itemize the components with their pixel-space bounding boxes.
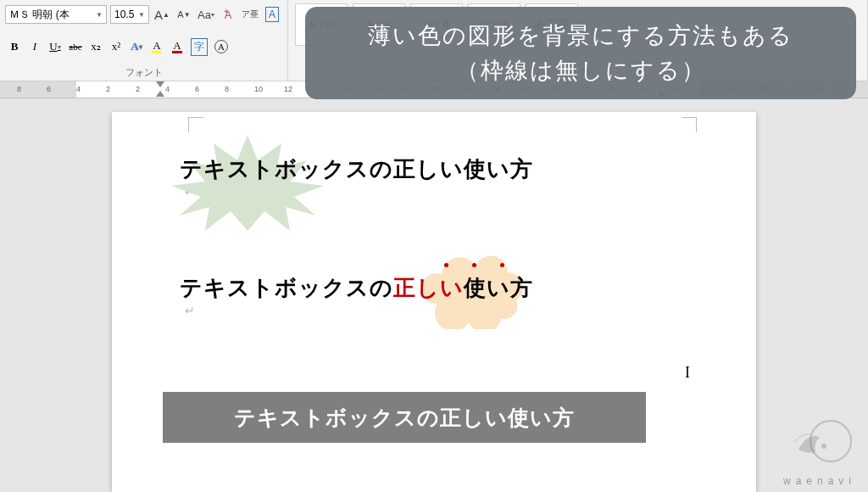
example-2-text: テキストボックスの正しい使い方 <box>180 273 722 303</box>
overlay-line-2: （枠線は無しにする） <box>324 53 837 88</box>
svg-point-2 <box>821 444 826 449</box>
highlight-button[interactable]: A <box>147 37 166 56</box>
font-row-1: ＭＳ 明朝 (本 ▼ 10.5 ▼ A▲ A▼ Aa▾ A✦ ア亜 A <box>5 3 282 25</box>
svg-point-1 <box>810 421 851 461</box>
underline-button[interactable]: U▾ <box>46 37 64 56</box>
enclose-char-button[interactable]: A <box>263 5 281 24</box>
font-size-value: 10.5 <box>114 8 134 20</box>
superscript-button[interactable]: x² <box>107 37 125 56</box>
italic-button[interactable]: I <box>25 37 44 56</box>
ruby-button[interactable]: ア亜 <box>241 5 259 24</box>
example-1-text: テキストボックスの正しい使い方 <box>180 154 722 184</box>
watermark: waenavi <box>782 416 858 487</box>
ruler-tick-label: 6 <box>195 85 199 93</box>
instruction-overlay: 薄い色の図形を背景にする方法もある （枠線は無しにする） <box>305 7 856 99</box>
crop-mark-top-right-icon <box>682 117 697 132</box>
font-row-2: B I U▾ abc x₂ x² A▾ A A 字 A <box>5 36 282 58</box>
paragraph-mark-icon: ↵ <box>185 304 195 317</box>
example-2: テキストボックスの正しい使い方 ↵ <box>180 273 722 341</box>
shrink-font-button[interactable]: A▼ <box>175 5 193 24</box>
ruler-tick-label: 2 <box>106 85 110 93</box>
example-3-box: テキストボックスの正しい使い方 <box>163 392 646 443</box>
example-2-emphasis: 正しい <box>393 275 464 300</box>
watermark-logo-icon <box>782 416 858 475</box>
ruler-tick-label: 8 <box>17 85 21 93</box>
ruler-tick-label: 2 <box>136 85 140 93</box>
ruler-tick-label: 8 <box>225 85 229 93</box>
font-name-combo[interactable]: ＭＳ 明朝 (本 ▼ <box>5 5 107 24</box>
example-1: テキストボックスの正しい使い方 ↵ <box>180 154 722 222</box>
document-area: テキストボックスの正しい使い方 ↵ テキストボックスの正しい使い方 ↵ テキスト… <box>0 98 868 492</box>
strike-button[interactable]: abc <box>66 37 85 56</box>
chevron-down-icon: ▼ <box>138 11 145 19</box>
ruler-tick-label: 4 <box>165 85 170 93</box>
font-group-label: フォント <box>5 64 282 79</box>
emphasis-dots-icon <box>444 263 504 267</box>
watermark-text: waenavi <box>782 475 858 487</box>
ruler-tick-label: 12 <box>284 85 292 93</box>
char-border-button[interactable]: 字 <box>188 37 210 56</box>
ruler-margin-left <box>0 81 76 98</box>
font-name-value: ＭＳ 明朝 (本 <box>9 8 70 22</box>
font-color-button[interactable]: A <box>168 37 186 56</box>
chevron-down-icon: ▼ <box>96 11 103 19</box>
bold-button[interactable]: B <box>5 37 24 56</box>
font-group: ＭＳ 明朝 (本 ▼ 10.5 ▼ A▲ A▼ Aa▾ A✦ ア亜 A B I … <box>0 0 288 81</box>
grow-font-button[interactable]: A▲ <box>153 5 171 24</box>
indent-marker-icon[interactable] <box>156 81 164 97</box>
subscript-button[interactable]: x₂ <box>86 37 105 56</box>
ruler-tick-label: 6 <box>47 85 51 93</box>
ruler-tick-label: 4 <box>76 85 81 93</box>
example-3-text: テキストボックスの正しい使い方 <box>234 404 575 432</box>
clear-format-button[interactable]: A✦ <box>219 5 237 24</box>
overlay-line-1: 薄い色の図形を背景にする方法もある <box>324 19 837 53</box>
font-size-combo[interactable]: 10.5 ▼ <box>110 5 149 24</box>
text-cursor-icon: I <box>685 364 690 382</box>
page[interactable]: テキストボックスの正しい使い方 ↵ テキストボックスの正しい使い方 ↵ テキスト… <box>112 112 756 492</box>
text-effect-button[interactable]: A▾ <box>127 37 146 56</box>
ruler-tick-label: 10 <box>254 85 263 93</box>
change-case-button[interactable]: Aa▾ <box>197 5 215 24</box>
circled-char-button[interactable]: A <box>212 37 231 56</box>
